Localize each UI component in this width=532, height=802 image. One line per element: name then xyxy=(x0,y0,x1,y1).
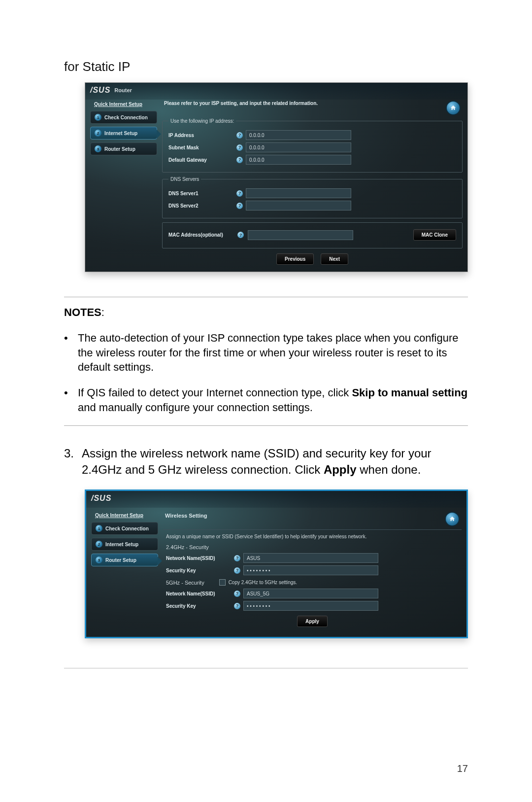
step-2-icon: 2 xyxy=(96,541,102,548)
ssid-5-label: Network Name(SSID) xyxy=(166,591,231,596)
previous-button[interactable]: Previous xyxy=(276,253,314,265)
key-5-input[interactable] xyxy=(243,601,378,611)
brand-subtitle: Router xyxy=(114,87,132,93)
info-icon[interactable]: ? xyxy=(236,190,243,197)
page-footer-rule xyxy=(64,668,468,668)
info-icon[interactable]: ? xyxy=(236,157,243,163)
sidebar-item-check-connection[interactable]: 1Check Connection xyxy=(90,111,157,124)
sidebar-item-router-setup[interactable]: 3Router Setup xyxy=(91,554,158,566)
info-icon[interactable]: ? xyxy=(234,567,240,574)
key-24-label: Security Key xyxy=(166,568,231,573)
fieldset-legend: Use the following IP address: xyxy=(168,118,236,124)
info-icon[interactable]: ? xyxy=(234,603,240,609)
sidebar-item-label: Router Setup xyxy=(104,146,135,152)
sidebar-item-check-connection[interactable]: 1Check Connection xyxy=(91,522,158,535)
copy-settings-label: Copy 2.4GHz to 5GHz settings. xyxy=(229,580,298,585)
mac-clone-button[interactable]: MAC Clone xyxy=(413,229,456,241)
mac-label: MAC Address(optional) xyxy=(168,232,233,238)
step-2-icon: 2 xyxy=(95,130,101,137)
router-header: /SUS Router xyxy=(85,83,467,100)
key-5-label: Security Key xyxy=(166,603,231,609)
sidebar-title: Quick Internet Setup xyxy=(90,100,157,111)
copy-settings-checkbox[interactable] xyxy=(219,579,226,586)
ip-address-input[interactable] xyxy=(246,130,351,140)
apply-button[interactable]: Apply xyxy=(297,616,328,627)
dns2-input[interactable] xyxy=(246,201,351,210)
info-icon[interactable]: ? xyxy=(236,144,243,151)
ip-address-fieldset: Use the following IP address: IP Address… xyxy=(162,118,463,173)
sidebar-item-label: Internet Setup xyxy=(105,542,138,547)
default-gateway-label: Default Gateway xyxy=(168,157,233,163)
wizard-sidebar: Quick Internet Setup 1Check Connection 2… xyxy=(90,100,157,265)
step-1-icon: 1 xyxy=(95,114,101,121)
security-24ghz-heading: 2.4GHz - Security xyxy=(166,544,459,550)
step-3-icon: 3 xyxy=(96,557,102,563)
mac-fieldset: MAC Address(optional)?MAC Clone xyxy=(162,222,463,248)
default-gateway-input[interactable] xyxy=(246,155,351,165)
panel-instruction: Please refer to your ISP setting, and in… xyxy=(164,101,318,106)
ssid-5-input[interactable] xyxy=(243,589,378,598)
sidebar-item-router-setup[interactable]: 3Router Setup xyxy=(90,142,157,155)
ssid-24-label: Network Name(SSID) xyxy=(166,556,231,561)
assign-text: Assign a unique name or SSID (Service Se… xyxy=(166,534,459,539)
info-icon[interactable]: ? xyxy=(234,555,240,561)
static-ip-screenshot: /SUS Router Quick Internet Setup 1Check … xyxy=(85,82,468,272)
home-button[interactable] xyxy=(446,101,461,115)
note-item: •If QIS failed to detect your Internet c… xyxy=(64,385,468,415)
router-header: /SUS xyxy=(86,491,466,508)
sidebar-item-internet-setup[interactable]: 2Internet Setup xyxy=(90,127,157,139)
security-5ghz-heading: 5GHz - Security xyxy=(166,580,204,586)
sidebar-title: Quick Internet Setup xyxy=(91,511,158,522)
dns2-label: DNS Server2 xyxy=(168,203,233,209)
info-icon[interactable]: ? xyxy=(236,203,243,209)
sidebar-item-internet-setup[interactable]: 2Internet Setup xyxy=(91,538,158,551)
next-button[interactable]: Next xyxy=(321,253,348,265)
divider xyxy=(64,425,468,426)
step-1-icon: 1 xyxy=(96,525,102,532)
dns-fieldset: DNS Servers DNS Server1? DNS Server2? xyxy=(162,176,463,218)
sidebar-item-label: Check Connection xyxy=(105,526,149,531)
key-24-input[interactable] xyxy=(243,565,378,575)
page-number: 17 xyxy=(457,763,468,774)
dns1-input[interactable] xyxy=(246,188,351,198)
dns1-label: DNS Server1 xyxy=(168,191,233,196)
notes-list: •The auto-detection of your ISP connecti… xyxy=(64,331,468,415)
divider xyxy=(64,297,468,297)
mac-input[interactable] xyxy=(248,230,353,240)
note-item: •The auto-detection of your ISP connecti… xyxy=(64,331,468,375)
info-icon[interactable]: ? xyxy=(237,232,244,238)
brand-logo: /SUS xyxy=(90,86,110,95)
info-icon[interactable]: ? xyxy=(234,591,240,597)
wizard-sidebar: Quick Internet Setup 1Check Connection 2… xyxy=(91,511,158,630)
subnet-mask-label: Subnet Mask xyxy=(168,145,233,150)
ip-address-label: IP Address xyxy=(168,133,233,138)
wireless-setting-screenshot: /SUS Quick Internet Setup 1Check Connect… xyxy=(85,489,468,638)
info-icon[interactable]: ? xyxy=(236,132,243,139)
step-3-text: 3. Assign the wireless network name (SSI… xyxy=(64,446,468,478)
notes-heading: NOTES: xyxy=(64,306,468,319)
step-3-icon: 3 xyxy=(95,145,101,152)
brand-logo: /SUS xyxy=(91,494,111,503)
sidebar-item-label: Check Connection xyxy=(104,115,148,120)
sidebar-item-label: Router Setup xyxy=(105,558,136,563)
ssid-24-input[interactable] xyxy=(243,553,378,563)
home-button[interactable] xyxy=(445,512,460,526)
sidebar-item-label: Internet Setup xyxy=(104,131,137,136)
panel-title: Wireless Setting xyxy=(165,513,207,519)
fieldset-legend: DNS Servers xyxy=(168,176,201,182)
subnet-mask-input[interactable] xyxy=(246,142,351,152)
section-heading: for Static IP xyxy=(64,59,468,74)
